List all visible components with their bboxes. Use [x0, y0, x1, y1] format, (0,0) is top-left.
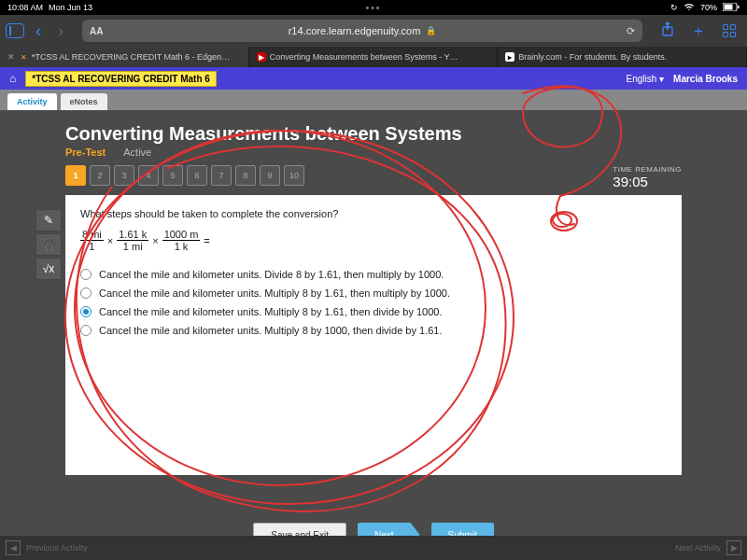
question-num-5[interactable]: 5 — [162, 165, 183, 186]
language-dropdown[interactable]: English — [626, 74, 664, 84]
next-button[interactable]: Next — [358, 523, 420, 536]
browser-tab-2[interactable]: ▸ Brainly.com - For students. By student… — [498, 47, 747, 67]
submit-button[interactable]: Submit — [431, 523, 494, 536]
lock-icon: 🔒 — [426, 26, 436, 35]
question-num-7[interactable]: 7 — [211, 165, 232, 186]
share-icon[interactable] — [655, 21, 680, 40]
status-time: 10:08 AM — [7, 3, 43, 12]
question-num-1[interactable]: 1 — [65, 165, 86, 186]
timer-value: 39:05 — [613, 174, 682, 189]
question-number-list: 1 2 3 4 5 6 7 8 9 10 — [65, 165, 304, 186]
svg-rect-1 — [725, 4, 733, 9]
close-tab-icon[interactable]: ✕ — [7, 52, 15, 62]
question-card: What steps should be taken to complete t… — [65, 195, 682, 475]
text-size-button[interactable]: AA — [90, 26, 103, 36]
svg-rect-2 — [738, 6, 740, 8]
question-prompt: What steps should be taken to complete t… — [80, 208, 667, 219]
edgenuity-header: ⌂ *TCSS AL RECOVERING CREDIT Math 6 Engl… — [0, 67, 747, 90]
battery-pct: 70% — [700, 3, 717, 12]
bottom-nav: ◀ Previous Activity Next Activity ▶ — [0, 536, 747, 560]
battery-icon — [723, 3, 740, 13]
sidebar-toggle-icon[interactable] — [6, 23, 24, 38]
save-exit-button[interactable]: Save and Exit — [253, 523, 346, 536]
conversion-expression: 8 mi1 × 1.61 k1 mi × 1000 m1 k = — [80, 229, 667, 252]
reload-icon[interactable]: ⟳ — [627, 25, 635, 37]
question-toolbar: ✎ 🎧 √x — [35, 209, 62, 280]
forward-button: › — [52, 21, 69, 41]
time-remaining: TIME REMAINING 39:05 — [613, 165, 682, 189]
prev-activity-icon[interactable]: ◀ — [6, 540, 21, 555]
home-icon[interactable]: ⌂ — [9, 72, 16, 85]
prev-activity-label[interactable]: Previous Activity — [26, 543, 88, 553]
timer-label: TIME REMAINING — [613, 165, 682, 174]
status-date: Mon Jun 13 — [49, 3, 92, 12]
next-activity-icon[interactable]: ▶ — [726, 540, 741, 555]
question-num-2[interactable]: 2 — [90, 165, 110, 186]
brainly-icon: ▸ — [505, 52, 514, 62]
pencil-tool-icon[interactable]: ✎ — [35, 209, 62, 231]
youtube-icon: ▶ — [257, 52, 266, 62]
tab-label: *TCSS AL RECOVERING CREDIT Math 6 - Edge… — [32, 52, 230, 62]
tab-enotes[interactable]: eNotes — [61, 93, 107, 110]
tab-label: Brainly.com - For students. By students. — [518, 52, 667, 62]
option-0[interactable]: Cancel the mile and kilometer units. Div… — [80, 269, 667, 280]
back-button[interactable]: ‹ — [30, 21, 47, 41]
address-bar[interactable]: AA r14.core.learn.edgenuity.com 🔒 ⟳ — [82, 20, 642, 42]
browser-tabs: ✕ ✕ *TCSS AL RECOVERING CREDIT Math 6 - … — [0, 47, 747, 67]
action-buttons: Save and Exit Next Submit — [0, 523, 747, 536]
safari-toolbar: ‹ › AA r14.core.learn.edgenuity.com 🔒 ⟳ … — [0, 15, 747, 47]
lesson-title: Converting Measurements between Systems — [65, 123, 682, 145]
lesson-tabs: Activity eNotes — [0, 90, 747, 110]
next-activity-label[interactable]: Next Activity — [675, 543, 721, 553]
radio-icon[interactable] — [80, 287, 92, 299]
question-num-6[interactable]: 6 — [187, 165, 207, 186]
url-text: r14.core.learn.edgenuity.com — [289, 25, 421, 36]
radio-icon[interactable] — [80, 269, 92, 280]
tab-favicon: ✕ — [19, 52, 28, 62]
breadcrumb[interactable]: *TCSS AL RECOVERING CREDIT Math 6 — [25, 71, 217, 87]
ipad-status-bar: 10:08 AM Mon Jun 13 ••• ↻ 70% — [0, 0, 747, 15]
tabs-overview-icon[interactable] — [717, 24, 741, 37]
option-2[interactable]: Cancel the mile and kilometer units. Mul… — [80, 306, 667, 317]
new-tab-icon[interactable]: ＋ — [685, 21, 712, 41]
wifi-icon — [684, 3, 695, 13]
question-num-10[interactable]: 10 — [284, 165, 304, 186]
radio-icon[interactable] — [80, 325, 92, 336]
tab-activity[interactable]: Activity — [7, 93, 57, 110]
user-name[interactable]: Marcia Brooks — [673, 74, 738, 84]
question-num-4[interactable]: 4 — [138, 165, 159, 186]
tab-label: Converting Measurements between Systems … — [270, 52, 458, 62]
browser-tab-0[interactable]: ✕ ✕ *TCSS AL RECOVERING CREDIT Math 6 - … — [0, 47, 249, 67]
orientation-lock-icon: ↻ — [670, 3, 678, 12]
radio-icon[interactable] — [80, 306, 92, 317]
option-1[interactable]: Cancel the mile and kilometer units. Mul… — [80, 287, 667, 299]
lesson-section: Pre-Test — [65, 147, 106, 158]
multitask-dots-icon[interactable]: ••• — [366, 3, 382, 13]
answer-options: Cancel the mile and kilometer units. Div… — [80, 269, 667, 336]
browser-tab-1[interactable]: ▶ Converting Measurements between System… — [249, 47, 499, 67]
question-num-9[interactable]: 9 — [260, 165, 280, 186]
option-3[interactable]: Cancel the mile and kilometer units. Mul… — [80, 325, 667, 336]
lesson-content: Converting Measurements between Systems … — [0, 110, 747, 475]
question-num-8[interactable]: 8 — [235, 165, 256, 186]
formula-tool-icon[interactable]: √x — [35, 258, 62, 280]
lesson-status: Active — [123, 147, 151, 158]
audio-tool-icon[interactable]: 🎧 — [35, 233, 62, 256]
question-num-3[interactable]: 3 — [114, 165, 134, 186]
